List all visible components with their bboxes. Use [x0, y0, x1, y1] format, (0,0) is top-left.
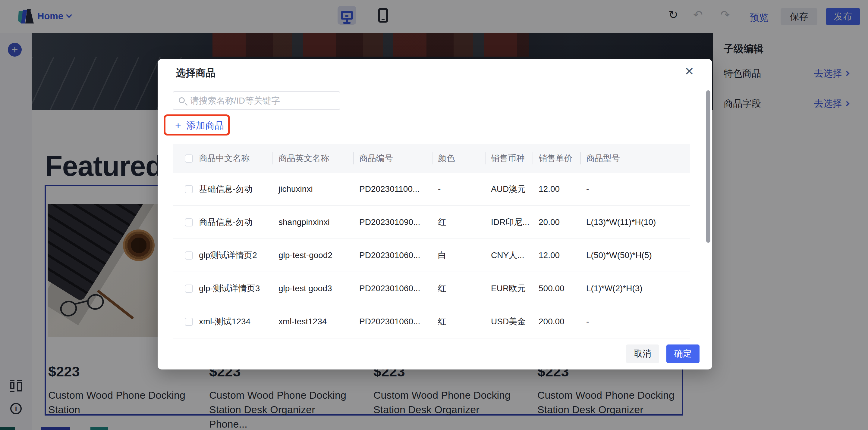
select-all-checkbox[interactable] — [185, 155, 193, 163]
table-row[interactable]: 基础信息-勿动 jichuxinxi PD202301100... - AUD澳… — [173, 173, 690, 206]
confirm-button[interactable]: 确定 — [666, 344, 700, 363]
modal-title: 选择商品 — [176, 66, 216, 80]
column-header: 商品编号 — [353, 144, 432, 173]
table-row[interactable]: 商品信息-勿动 shangpinxinxi PD202301090... 红 I… — [173, 206, 690, 239]
column-header: 销售币种 — [485, 144, 532, 173]
table-row[interactable]: xml-测试1234 xml-test1234 PD202301060... 红… — [173, 305, 690, 338]
app-window: Home ↻ ↶ ↷ 预览 保存 发布 + i Featured — [0, 0, 868, 430]
search-box — [173, 91, 340, 110]
annotation-highlight — [164, 114, 230, 135]
table-header-row: 商品中文名称 商品英文名称 商品编号 颜色 销售币种 销售单价 商品型号 — [173, 144, 690, 173]
row-checkbox[interactable] — [185, 218, 193, 226]
modal-scrollbar[interactable] — [706, 90, 710, 243]
column-header: 商品英文名称 — [273, 144, 353, 173]
row-checkbox[interactable] — [185, 285, 193, 293]
column-header: 销售单价 — [532, 144, 580, 173]
cancel-button[interactable]: 取消 — [626, 344, 659, 363]
column-header: 颜色 — [432, 144, 485, 173]
select-product-modal: 选择商品 ✕ + 添加商品 商品中文名称 商品英文名称 商品编号 颜色 销售币种… — [158, 59, 712, 369]
table-row[interactable]: glp-测试详情页3 glp-test good3 PD202301060...… — [173, 272, 690, 305]
search-input[interactable] — [190, 96, 329, 106]
column-header: 商品中文名称 — [193, 144, 273, 173]
table-row[interactable]: glp测试详情页2 glp-test-good2 PD202301060... … — [173, 239, 690, 272]
column-header: 商品型号 — [580, 144, 690, 173]
close-icon[interactable]: ✕ — [684, 66, 694, 77]
product-table: 商品中文名称 商品英文名称 商品编号 颜色 销售币种 销售单价 商品型号 基础信… — [173, 144, 690, 338]
row-checkbox[interactable] — [185, 318, 193, 326]
row-checkbox[interactable] — [185, 252, 193, 260]
search-icon — [179, 97, 185, 103]
row-checkbox[interactable] — [185, 185, 193, 193]
